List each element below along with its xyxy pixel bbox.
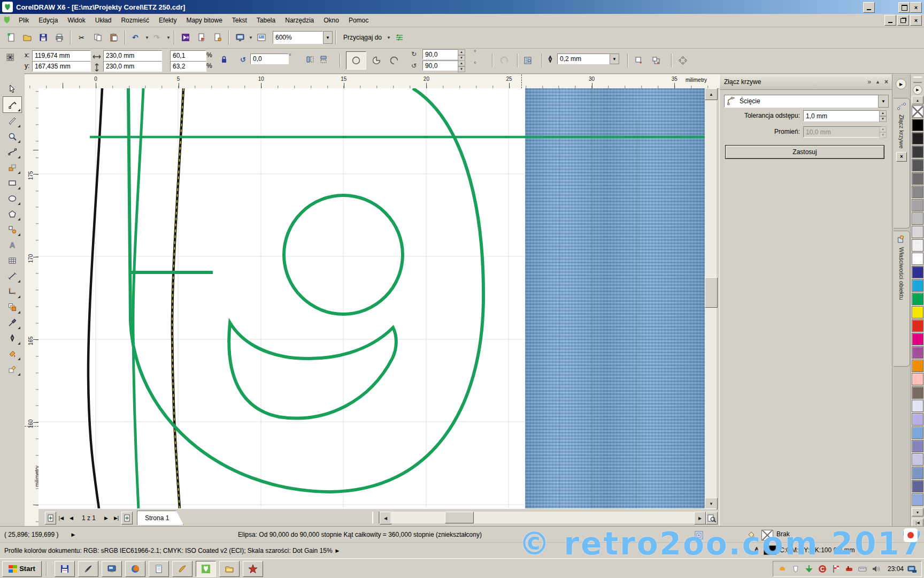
color-swatch-none[interactable]: [912, 105, 923, 118]
taskbar-paintgold-button[interactable]: [172, 561, 192, 577]
object-width-field[interactable]: 230,0 mm: [103, 50, 162, 61]
docker-tab-join-curves[interactable]: Złącz krzywe ×: [894, 98, 910, 229]
round-corners-icon[interactable]: [675, 52, 691, 69]
paste-button[interactable]: [106, 29, 122, 45]
docker-tab-close-icon[interactable]: ×: [896, 152, 907, 162]
crop-tool[interactable]: [3, 113, 21, 128]
vertical-scrollbar[interactable]: ▲ ▼: [705, 88, 717, 508]
outline-pen-tool[interactable]: [3, 330, 21, 346]
menu-rozmieść[interactable]: Rozmieść: [116, 15, 154, 26]
pie-mode-button[interactable]: [368, 52, 384, 69]
palette-drag-handle[interactable]: [913, 77, 922, 83]
outline-width-combobox[interactable]: 0,2 mm: [557, 54, 614, 64]
fill-tool[interactable]: [3, 346, 21, 361]
docker-collapse-icon[interactable]: ▲: [875, 79, 880, 85]
tray-cup-icon[interactable]: [791, 564, 800, 574]
options-icon[interactable]: [391, 29, 407, 45]
blend-tool[interactable]: [3, 299, 21, 315]
docker-tab-object-properties[interactable]: Właściwości obiektu: [894, 231, 910, 367]
ellipse-mode-button[interactable]: [346, 51, 366, 70]
scale-y-field[interactable]: 63,2: [170, 61, 206, 72]
menu-tabela[interactable]: Tabela: [252, 15, 280, 26]
pick-tool[interactable]: [3, 81, 21, 96]
color-swatch-f5e600[interactable]: [912, 306, 923, 318]
vertical-ruler[interactable]: 175170165160 milimetry: [25, 88, 39, 526]
smart-fill-tool[interactable]: [3, 159, 21, 175]
undo-dropdown-arrow[interactable]: ▼: [144, 35, 150, 40]
color-swatch-ffc0bb[interactable]: [912, 373, 923, 385]
color-swatch-5f6695[interactable]: [912, 480, 923, 492]
connector-tool[interactable]: [3, 284, 21, 299]
object-position-grid-icon[interactable]: [5, 52, 15, 62]
freehand-tool[interactable]: [3, 144, 21, 159]
page-tab-strona-1[interactable]: Strona 1: [137, 511, 183, 525]
minimize-button[interactable]: [863, 2, 875, 13]
denim-bitmap-image[interactable]: [525, 88, 705, 508]
color-swatch-202020[interactable]: [912, 132, 923, 144]
taskbar-quill-button[interactable]: [78, 561, 98, 577]
color-swatch-b9b1e6[interactable]: [912, 413, 923, 425]
new-button[interactable]: [3, 29, 19, 45]
coords-expand-icon[interactable]: ▶: [71, 532, 75, 537]
palette-flyout-icon[interactable]: ▶: [913, 85, 922, 95]
menu-pomoc[interactable]: Pomoc: [344, 15, 373, 26]
horizontal-scrollbar[interactable]: [390, 512, 694, 523]
tray-redtool-icon[interactable]: [844, 564, 854, 574]
scroll-down-button[interactable]: ▼: [705, 498, 718, 509]
document-navigator-icon[interactable]: [706, 512, 718, 524]
menu-edycja[interactable]: Edycja: [34, 15, 63, 26]
color-swatch-898989[interactable]: [912, 186, 923, 198]
menu-widok[interactable]: Widok: [63, 15, 90, 26]
to-front-icon[interactable]: [631, 52, 647, 69]
zoom-level-dropdown-arrow[interactable]: ▼: [323, 31, 333, 44]
docker-close-icon[interactable]: ×: [884, 78, 888, 86]
menu-układ[interactable]: Układ: [90, 15, 117, 26]
color-swatch-e0007f[interactable]: [912, 333, 923, 345]
tray-sunset-icon[interactable]: [777, 564, 787, 574]
join-mode-dropdown-arrow[interactable]: ▼: [878, 95, 889, 108]
maximize-button[interactable]: [898, 2, 910, 13]
taskbar-corel-button[interactable]: [196, 561, 216, 577]
arc-start-angle-field[interactable]: 90,0: [422, 49, 461, 59]
color-swatch-3b3b3b[interactable]: [912, 146, 923, 158]
object-height-field[interactable]: 230,0 mm: [103, 61, 162, 72]
add-page-icon[interactable]: [45, 512, 56, 524]
eyedropper-tool[interactable]: [3, 315, 21, 330]
taskbar-redstar-button[interactable]: [243, 561, 263, 577]
taskbar-floppy-button[interactable]: [55, 561, 75, 577]
color-swatch-a3509b[interactable]: [912, 346, 923, 359]
import-button[interactable]: [178, 29, 194, 45]
menu-efekty[interactable]: Efekty: [154, 15, 181, 26]
wrap-text-icon[interactable]: [520, 52, 536, 69]
color-swatch-f0f0f0[interactable]: [912, 239, 923, 252]
table-tool[interactable]: [3, 253, 21, 268]
mdi-restore-button[interactable]: [897, 15, 909, 26]
close-button[interactable]: ×: [910, 2, 922, 13]
digit-9-outline[interactable]: [128, 88, 483, 492]
scroll-right-button[interactable]: ▶: [694, 512, 706, 524]
last-page-icon[interactable]: ▶|: [111, 512, 121, 524]
color-swatch-000000[interactable]: [912, 119, 923, 131]
to-back-icon[interactable]: [648, 52, 664, 69]
taskbar-firefox-button[interactable]: [125, 561, 145, 577]
color-swatch-1aa7dc[interactable]: [912, 279, 923, 292]
next-page-icon[interactable]: ▶: [101, 512, 111, 524]
color-swatch-c7c5e1[interactable]: [912, 453, 923, 466]
open-button[interactable]: [19, 29, 35, 45]
palette-scroll-up-icon[interactable]: ▲: [912, 96, 923, 104]
basic-shapes-tool[interactable]: [3, 222, 21, 237]
copy-button[interactable]: [90, 29, 106, 45]
mdi-minimize-button[interactable]: [884, 15, 896, 26]
horizontal-ruler[interactable]: 05101520253035 milimetry: [25, 74, 719, 89]
menu-okno[interactable]: Okno: [319, 15, 344, 26]
undo-button[interactable]: ↶: [128, 29, 144, 45]
tray-keyboard-icon[interactable]: [858, 564, 867, 574]
color-swatch-d7d7d7[interactable]: [912, 226, 923, 238]
drawing-canvas[interactable]: [38, 88, 705, 508]
shape-tool[interactable]: [3, 96, 22, 113]
cut-button[interactable]: ✂: [74, 29, 90, 45]
outline-width-dropdown-arrow[interactable]: ▼: [610, 54, 619, 64]
launcher-dropdown-arrow[interactable]: ▼: [248, 35, 253, 40]
redo-dropdown-arrow[interactable]: ▼: [166, 35, 171, 40]
color-swatch-7da7d9[interactable]: [912, 427, 923, 439]
